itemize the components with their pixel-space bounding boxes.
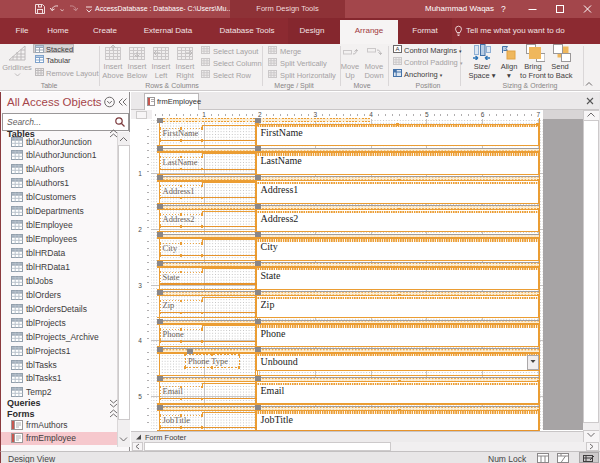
svg-text:City: City (163, 243, 178, 253)
svg-text:2: 2 (258, 111, 262, 118)
svg-text:3: 3 (138, 282, 142, 289)
svg-text:4: 4 (138, 337, 142, 344)
svg-text:State: State (261, 270, 282, 281)
svg-text:3: 3 (314, 111, 318, 118)
svg-text:LastName: LastName (261, 155, 303, 166)
svg-text:Zip: Zip (261, 299, 275, 310)
svg-text:4: 4 (369, 111, 373, 118)
svg-text:Address1: Address1 (261, 184, 299, 195)
svg-text:Unbound: Unbound (261, 356, 298, 367)
svg-text:State: State (163, 272, 180, 282)
svg-text:JobTitle: JobTitle (163, 415, 191, 425)
svg-text:A: A (395, 46, 399, 52)
svg-text:1: 1 (202, 111, 206, 118)
svg-text:Address2: Address2 (163, 214, 195, 224)
svg-text:2: 2 (138, 226, 142, 233)
svg-text:City: City (261, 241, 278, 252)
svg-text:1: 1 (138, 170, 142, 177)
svg-text:5: 5 (138, 393, 142, 400)
svg-text:6: 6 (481, 111, 485, 118)
svg-text:JobTitle: JobTitle (261, 414, 294, 425)
svg-text:Phone: Phone (261, 328, 287, 339)
svg-text:Email: Email (261, 385, 285, 396)
svg-text:frmEmployee: frmEmployee (157, 97, 201, 106)
svg-text:Phone Type: Phone Type (188, 356, 228, 366)
svg-text:Zip: Zip (163, 300, 175, 310)
svg-text:Address1: Address1 (163, 186, 195, 196)
svg-text:Form Footer: Form Footer (145, 433, 187, 442)
svg-text:5: 5 (425, 111, 429, 118)
svg-text:7: 7 (536, 111, 540, 118)
svg-text:Address2: Address2 (261, 213, 299, 224)
svg-text:FirstName: FirstName (261, 127, 304, 138)
